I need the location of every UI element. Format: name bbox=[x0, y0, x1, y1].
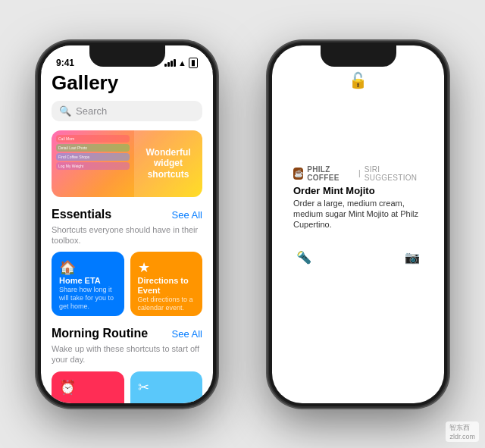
mini-shortcut-4: Log My Weight bbox=[56, 162, 130, 170]
card-morning-2[interactable]: ✂ bbox=[130, 371, 203, 403]
card-morning-1[interactable]: ⏰ bbox=[52, 371, 124, 403]
essentials-section-header: Essentials See All bbox=[52, 208, 202, 221]
status-icons-left: ▲ ▮ bbox=[164, 58, 198, 68]
card-directions-title: Directions to Event bbox=[138, 276, 196, 296]
search-bar[interactable]: 🔍 Search bbox=[52, 101, 202, 121]
morning-title: Morning Routine bbox=[52, 327, 148, 340]
wifi-icon-right: ▲ bbox=[409, 58, 418, 67]
flashlight-icon[interactable]: 🔦 bbox=[290, 243, 318, 271]
lock-date: Monday, June 4 bbox=[321, 136, 396, 149]
morning-cards: ⏰ ✂ bbox=[52, 371, 202, 403]
left-screen: 9:41 ▲ ▮ Gallery 🔍 Search bbox=[41, 45, 213, 403]
notif-body: Order a large, medium cream, medium suga… bbox=[293, 198, 423, 230]
left-iphone: 9:41 ▲ ▮ Gallery 🔍 Search bbox=[38, 42, 216, 406]
home-bar bbox=[321, 286, 396, 289]
card-home-eta[interactable]: 🏠 Home ETA Share how long it will take f… bbox=[52, 252, 124, 316]
essentials-cards: 🏠 Home ETA Share how long it will take f… bbox=[52, 252, 202, 316]
morning-section-header: Morning Routine See All bbox=[52, 327, 202, 340]
mini-shortcut-3: Find Coffee Shops bbox=[56, 153, 130, 161]
card-home-sub: Share how long it will take for you to g… bbox=[59, 286, 117, 310]
notif-header: ☕ PHILZ COFFEE | SIRI SUGGESTION bbox=[293, 165, 423, 182]
right-iphone: 9:41 ▲ ▮ 🔓 9:41 Monday, June 4 bbox=[269, 42, 447, 406]
status-time-right: 9:41 bbox=[287, 58, 305, 68]
wifi-icon: ▲ bbox=[178, 58, 186, 67]
mini-shortcut-2: Detail Last Photo bbox=[56, 144, 130, 152]
main-container: 9:41 ▲ ▮ Gallery 🔍 Search bbox=[0, 0, 485, 448]
notif-type: SIRI SUGGESTION bbox=[365, 165, 423, 182]
card-icon-morning2: ✂ bbox=[138, 379, 196, 396]
signal-icon bbox=[164, 59, 176, 67]
notif-title: Order Mint Mojito bbox=[293, 185, 423, 196]
battery-icon: ▮ bbox=[189, 58, 198, 68]
notif-app-icon: ☕ bbox=[293, 168, 303, 180]
featured-label: Wonderful widget shortcuts bbox=[134, 130, 202, 197]
morning-subtitle: Wake up with these shortcuts to start of… bbox=[52, 343, 202, 365]
card-icon-star: ★ bbox=[138, 259, 196, 276]
lock-bottom-controls: 🔦 📷 bbox=[272, 237, 444, 277]
gallery-title: Gallery bbox=[52, 71, 202, 95]
mini-shortcut-1: Call Mom bbox=[56, 135, 130, 143]
status-icons-right: ▲ ▮ bbox=[396, 58, 429, 68]
essentials-subtitle: Shortcuts everyone should have in their … bbox=[52, 224, 202, 246]
essentials-title: Essentials bbox=[52, 208, 111, 221]
notif-app-name: PHILZ COFFEE bbox=[307, 165, 355, 182]
home-indicator bbox=[272, 277, 444, 298]
search-placeholder: Search bbox=[76, 105, 107, 117]
card-icon-morning1: ⏰ bbox=[59, 379, 117, 396]
notch-right bbox=[321, 45, 396, 67]
featured-title: Wonderful widget shortcuts bbox=[139, 147, 198, 180]
featured-banner: Call Mom Detail Last Photo Find Coffee S… bbox=[52, 130, 202, 197]
notch-left bbox=[89, 45, 165, 67]
card-home-title: Home ETA bbox=[59, 276, 117, 286]
featured-shortcuts: Call Mom Detail Last Photo Find Coffee S… bbox=[52, 130, 134, 197]
notif-separator: | bbox=[358, 169, 361, 177]
battery-icon-right: ▮ bbox=[420, 58, 429, 68]
card-directions[interactable]: ★ Directions to Event Get directions to … bbox=[130, 252, 203, 316]
right-screen: 9:41 ▲ ▮ 🔓 9:41 Monday, June 4 bbox=[272, 45, 444, 403]
card-directions-sub: Get directions to a calendar event. bbox=[138, 296, 196, 312]
watermark: 智东西zldr.com bbox=[446, 421, 479, 442]
camera-icon[interactable]: 📷 bbox=[399, 243, 426, 271]
lock-icon: 🔓 bbox=[349, 71, 368, 89]
morning-see-all[interactable]: See All bbox=[172, 328, 202, 340]
signal-icon-right bbox=[396, 59, 407, 67]
status-time-left: 9:41 bbox=[56, 58, 74, 68]
essentials-see-all[interactable]: See All bbox=[172, 209, 202, 221]
lock-time: 9:41 bbox=[317, 91, 399, 136]
lock-content: 🔓 9:41 Monday, June 4 ☕ PHILZ COFFEE | S… bbox=[272, 71, 444, 238]
search-icon: 🔍 bbox=[59, 105, 71, 117]
notification-card[interactable]: ☕ PHILZ COFFEE | SIRI SUGGESTION Order M… bbox=[284, 158, 432, 238]
card-icon-home: 🏠 bbox=[59, 259, 117, 276]
